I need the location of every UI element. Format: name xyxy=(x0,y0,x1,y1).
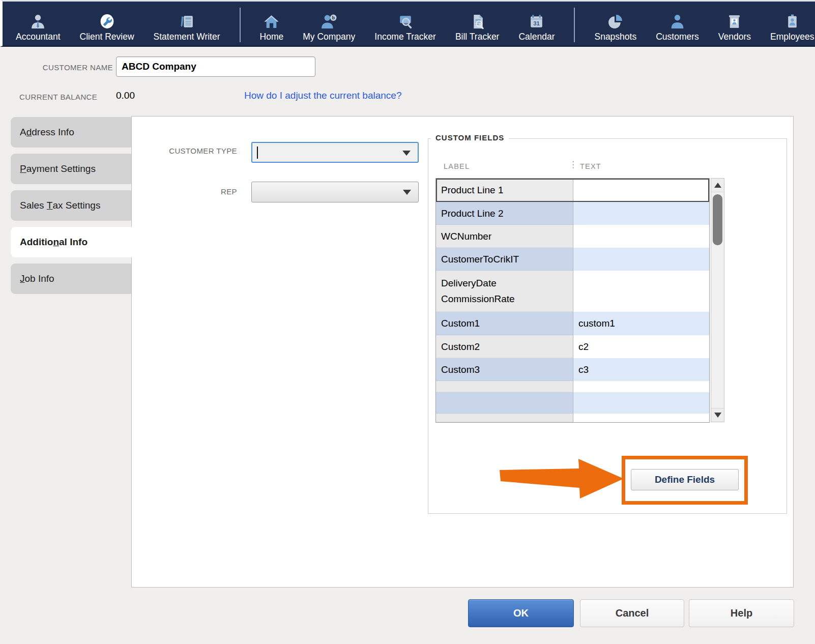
toolbar-item-income-tracker[interactable]: Income Tracker xyxy=(374,13,436,42)
client-review-icon xyxy=(99,13,115,31)
toolbar-item-vendors[interactable]: Vendors xyxy=(718,13,751,42)
snapshots-icon xyxy=(607,13,624,31)
row-text-cell[interactable]: c2 xyxy=(573,335,709,358)
tab-label: ob Info xyxy=(25,273,54,284)
row-label-cell[interactable]: Custom2 xyxy=(436,335,573,358)
scroll-up-button[interactable] xyxy=(711,179,724,192)
help-button[interactable]: Help xyxy=(689,599,794,627)
row-label-cell[interactable]: WCNumber xyxy=(436,225,573,248)
cancel-button[interactable]: Cancel xyxy=(580,599,684,627)
row-label-cell[interactable] xyxy=(436,381,573,392)
text-column-header: TEXT xyxy=(580,162,601,170)
table-row-product-line-1[interactable]: Product Line 1 xyxy=(436,179,709,202)
toolbar-item-bill-tracker[interactable]: Bill Tracker xyxy=(455,13,500,42)
edit-customer-window: AccountantClient ReviewStatement WriterH… xyxy=(0,0,815,644)
toolbar-item-client-review[interactable]: Client Review xyxy=(80,13,134,42)
table-row[interactable] xyxy=(436,381,709,392)
tab-address-info[interactable]: Address Info xyxy=(11,117,132,148)
triangle-up-icon xyxy=(714,183,721,188)
toolbar-item-label: Income Tracker xyxy=(374,32,436,42)
tab-label: dress Info xyxy=(32,127,74,138)
row-text-cell[interactable] xyxy=(573,392,709,414)
tab-job-info[interactable]: Job Info xyxy=(11,264,132,294)
tab-additional-info[interactable]: Additional Info xyxy=(11,227,133,257)
customer-type-select[interactable] xyxy=(251,142,419,163)
row-label-text: Product Line 2 xyxy=(441,208,573,219)
row-label-text: WCNumber xyxy=(441,231,573,242)
row-label-cell[interactable]: Product Line 2 xyxy=(436,202,573,225)
customers-icon xyxy=(669,13,686,31)
row-label-text: Custom3 xyxy=(441,364,573,375)
toolbar-item-label: Calendar xyxy=(518,32,555,42)
toolbar-item-label: Home xyxy=(260,32,284,42)
toolbar-item-accountant[interactable]: Accountant xyxy=(16,13,61,42)
row-text-cell[interactable] xyxy=(573,225,709,248)
column-resize-handle[interactable]: ⋮ xyxy=(569,159,577,170)
employees-icon xyxy=(784,13,801,31)
toolbar-item-my-company[interactable]: bMy Company xyxy=(303,13,355,42)
toolbar-item-label: Accountant xyxy=(16,32,61,42)
vendors-icon xyxy=(726,13,743,31)
table-row[interactable] xyxy=(436,414,709,422)
toolbar-item-calendar[interactable]: 31Calendar xyxy=(518,13,555,42)
row-text-cell[interactable] xyxy=(573,202,709,225)
row-label-cell[interactable]: Custom3 xyxy=(436,358,573,381)
custom-fields-title: CUSTOM FIELDS xyxy=(431,133,509,142)
table-row[interactable] xyxy=(436,392,709,414)
row-label-cell[interactable] xyxy=(436,392,573,414)
table-row-product-line-2[interactable]: Product Line 2 xyxy=(436,202,709,225)
calendar-icon: 31 xyxy=(528,13,545,31)
customer-name-label: CUSTOMER NAME xyxy=(20,63,113,72)
table-row-custom3[interactable]: Custom3c3 xyxy=(436,358,709,381)
toolbar-item-label: Snapshots xyxy=(594,32,636,42)
tab-label-accelerator: T xyxy=(47,200,53,211)
define-fields-button[interactable]: Define Fields xyxy=(631,469,739,490)
row-text-cell[interactable] xyxy=(573,179,709,202)
row-text-cell[interactable]: custom1 xyxy=(573,312,709,335)
toolbar-item-snapshots[interactable]: Snapshots xyxy=(594,13,636,42)
table-row-customertocrikit[interactable]: CustomerToCrikIT xyxy=(436,248,709,271)
row-label-cell[interactable]: DeliveryDateCommissionRate xyxy=(436,271,573,312)
row-label-cell[interactable] xyxy=(436,414,573,422)
toolbar-item-statement-writer[interactable]: Statement Writer xyxy=(154,13,220,42)
chevron-down-icon[interactable] xyxy=(403,190,411,195)
row-text-cell[interactable] xyxy=(573,248,709,271)
table-row-custom1[interactable]: Custom1custom1 xyxy=(436,312,709,335)
my-company-icon: b xyxy=(321,13,337,31)
row-text-cell[interactable] xyxy=(573,414,709,422)
table-scrollbar[interactable] xyxy=(711,178,724,422)
adjust-balance-link[interactable]: How do I adjust the current balance? xyxy=(244,90,401,101)
row-label-cell[interactable]: CustomerToCrikIT xyxy=(436,248,573,271)
toolbar-item-employees[interactable]: Employees xyxy=(770,13,814,42)
tab-payment-settings[interactable]: Payment Settings xyxy=(11,154,132,184)
toolbar-item-label: Vendors xyxy=(718,32,751,42)
scroll-down-button[interactable] xyxy=(711,408,724,422)
tab-label: ax Settings xyxy=(52,200,100,211)
table-row-custom2[interactable]: Custom2c2 xyxy=(436,335,709,358)
rep-select[interactable] xyxy=(251,182,419,202)
row-text-cell[interactable] xyxy=(573,381,709,392)
row-label-text: Custom2 xyxy=(441,341,573,353)
toolbar-item-customers[interactable]: Customers xyxy=(656,13,699,42)
toolbar-item-label: Bill Tracker xyxy=(455,32,500,42)
customer-name-input[interactable] xyxy=(116,56,315,77)
toolbar-item-label: Customers xyxy=(656,32,699,42)
toolbar-divider xyxy=(240,8,241,42)
tab-label-accelerator: P xyxy=(20,163,26,174)
row-text-cell[interactable]: c3 xyxy=(573,358,709,381)
table-row-wcnumber[interactable]: WCNumber xyxy=(436,225,709,248)
svg-text:b: b xyxy=(332,15,335,20)
row-text-cell[interactable] xyxy=(573,271,709,312)
ok-button[interactable]: OK xyxy=(468,599,574,627)
chevron-down-icon[interactable] xyxy=(402,151,411,156)
scrollbar-thumb[interactable] xyxy=(713,194,722,245)
table-row-deliverydate[interactable]: DeliveryDateCommissionRate xyxy=(436,271,709,312)
row-label-cell[interactable]: Custom1 xyxy=(436,312,573,335)
tab-sales-tax-settings[interactable]: Sales Tax Settings xyxy=(11,190,132,221)
home-icon xyxy=(263,13,280,31)
toolbar-item-home[interactable]: Home xyxy=(260,13,284,42)
svg-text:31: 31 xyxy=(534,20,540,26)
row-label-cell[interactable]: Product Line 1 xyxy=(436,179,573,202)
bill-tracker-icon xyxy=(469,13,486,31)
custom-fields-table: Product Line 1Product Line 2WCNumberCust… xyxy=(435,178,710,423)
